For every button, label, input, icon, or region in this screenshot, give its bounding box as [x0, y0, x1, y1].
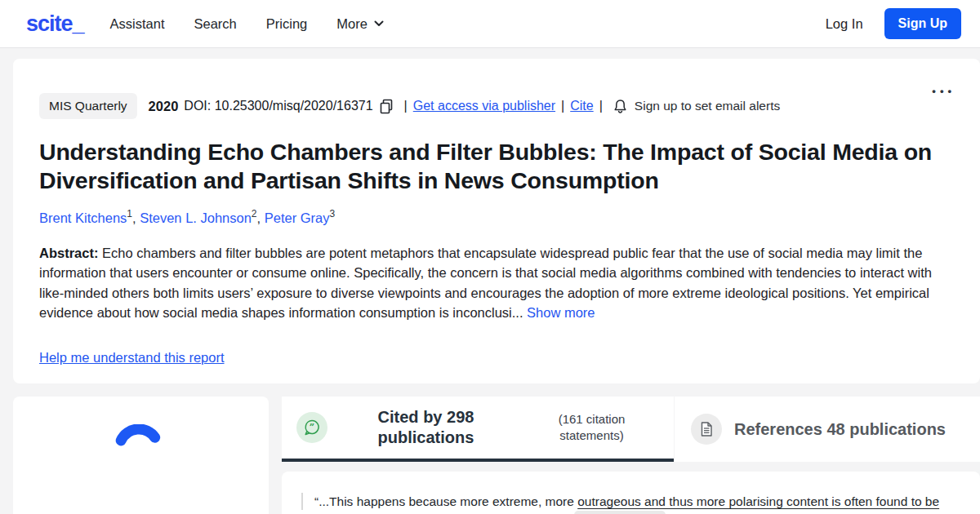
citation-donut-card: [13, 397, 269, 514]
get-access-link[interactable]: Get access via publisher: [413, 99, 555, 113]
show-more-link[interactable]: Show more: [527, 305, 595, 320]
author-link[interactable]: Brent Kitchens: [39, 210, 127, 225]
nav-more-label: More: [336, 16, 368, 32]
nav-item-more[interactable]: More: [336, 16, 384, 32]
citation-quote: “...This happens because more extreme, m…: [301, 493, 960, 510]
doi-label: DOI: 10.25300/misq/2020/16371: [184, 99, 372, 113]
copy-icon: [380, 99, 394, 114]
document-icon: [691, 414, 722, 445]
abstract-label: Abstract:: [39, 246, 98, 260]
more-options-button[interactable]: •••: [932, 83, 956, 100]
separator: |: [404, 99, 408, 113]
partial-badge: [574, 511, 666, 514]
header: scite_ Assistant Search Pricing More Log…: [0, 0, 980, 48]
journal-badge[interactable]: MIS Quarterly: [39, 93, 137, 119]
author-superscript: 2: [252, 208, 257, 219]
quote-text: “...This happens because more extreme, m…: [314, 494, 577, 508]
signup-button[interactable]: Sign Up: [884, 8, 961, 39]
login-link[interactable]: Log In: [826, 16, 863, 32]
paper-title: Understanding Echo Chambers and Filter B…: [39, 138, 960, 194]
svg-text:”: ”: [310, 422, 314, 432]
author-link[interactable]: Peter Gray: [265, 210, 330, 225]
tab-cited-by[interactable]: ” Cited by 298 publications (161 citatio…: [282, 397, 674, 462]
authors-row: Brent Kitchens1, Steven L. Johnson2, Pet…: [39, 208, 947, 226]
author-separator: ,: [257, 210, 265, 225]
main-nav: Assistant Search Pricing More: [110, 16, 384, 32]
loading-spinner-arc: [114, 424, 163, 476]
nav-item-pricing[interactable]: Pricing: [266, 16, 307, 32]
abstract-text: Echo chambers and filter bubbles are pot…: [39, 246, 932, 321]
author-link[interactable]: Steven L. Johnson: [140, 210, 252, 225]
scite-logo[interactable]: scite_: [26, 11, 84, 37]
citations-icon: ”: [296, 412, 327, 443]
chevron-down-icon: [374, 20, 384, 27]
author-superscript: 3: [330, 208, 336, 219]
auth-area: Log In Sign Up: [826, 8, 961, 39]
help-report-link[interactable]: Help me understand this report: [39, 350, 225, 366]
nav-item-assistant[interactable]: Assistant: [110, 16, 165, 32]
quote-highlighted-text[interactable]: outrageous and thus more polarising cont…: [577, 494, 939, 508]
paper-card: MIS Quarterly 2020 DOI: 10.25300/misq/20…: [13, 59, 980, 383]
year-label: 2020: [149, 99, 179, 114]
nav-item-search[interactable]: Search: [194, 16, 237, 32]
bell-icon: [613, 99, 627, 114]
email-alerts-button[interactable]: Sign up to set email alerts: [613, 99, 780, 114]
email-alerts-label: Sign up to set email alerts: [635, 99, 780, 113]
cite-link[interactable]: Cite: [570, 99, 593, 113]
copy-doi-button[interactable]: [380, 99, 394, 114]
references-label: References 48 publications: [734, 420, 946, 439]
citation-quote-panel: “...This happens because more extreme, m…: [282, 472, 980, 514]
paper-meta-row: MIS Quarterly 2020 DOI: 10.25300/misq/20…: [39, 93, 947, 119]
author-separator: ,: [132, 210, 140, 225]
separator: |: [561, 99, 564, 113]
separator: |: [599, 99, 603, 113]
author-superscript: 1: [127, 208, 132, 219]
tab-references[interactable]: References 48 publications: [675, 397, 980, 462]
citation-statements-note: (161 citation statements): [537, 411, 647, 444]
abstract: Abstract: Echo chambers and filter bubbl…: [39, 243, 952, 323]
cited-by-title: Cited by 298 publications: [354, 407, 497, 448]
